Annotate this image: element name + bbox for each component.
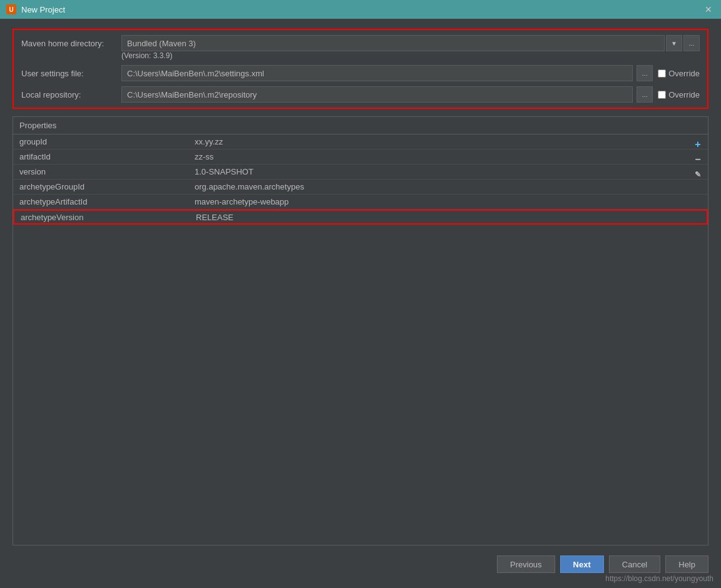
user-settings-row: User settings file: ... Override [21, 65, 700, 81]
maven-home-row: Maven home directory: ▼ ... [21, 35, 700, 51]
table-row[interactable]: version 1.0-SNAPSHOT [13, 165, 708, 180]
prop-key: archetypeGroupId [13, 182, 188, 191]
maven-home-input-group: ▼ ... [121, 35, 700, 51]
prop-key: archetypeVersion [14, 213, 190, 222]
watermark: https://blog.csdn.net/youngyouth [605, 574, 713, 583]
app-icon: U [6, 4, 16, 14]
dialog-content: Maven home directory: ▼ ... (Version: 3.… [0, 19, 721, 588]
prop-value: RELEASE [190, 213, 707, 222]
maven-home-label: Maven home directory: [21, 39, 121, 48]
prop-key: groupId [13, 137, 188, 146]
prop-value: zz-ss [188, 152, 708, 161]
local-repo-override-checkbox[interactable] [658, 91, 666, 99]
properties-table: + − ✎ groupId xx.yy.zz artifactId zz-ss … [13, 134, 708, 545]
add-property-button[interactable]: + [692, 138, 704, 151]
user-settings-override-label[interactable]: Override [658, 69, 700, 78]
prop-value: 1.0-SNAPSHOT [188, 167, 708, 176]
user-settings-more-button[interactable]: ... [637, 65, 653, 81]
table-row[interactable]: archetypeGroupId org.apache.maven.archet… [13, 180, 708, 195]
cancel-button[interactable]: Cancel [609, 555, 660, 573]
properties-header: Properties [13, 117, 708, 134]
table-row[interactable]: archetypeVersion RELEASE [13, 210, 708, 225]
user-settings-input[interactable] [121, 65, 633, 81]
maven-config-section: Maven home directory: ▼ ... (Version: 3.… [13, 29, 708, 109]
title-bar: U New Project ✕ [0, 0, 721, 19]
prop-value: maven-archetype-webapp [188, 197, 708, 206]
local-repo-label: Local repository: [21, 90, 121, 99]
local-repo-override-label[interactable]: Override [658, 90, 700, 99]
local-repo-input[interactable] [121, 86, 633, 103]
maven-home-more-button[interactable]: ... [683, 35, 700, 51]
user-settings-label: User settings file: [21, 69, 121, 78]
previous-button[interactable]: Previous [497, 555, 555, 573]
next-button[interactable]: Next [560, 555, 604, 573]
close-button[interactable]: ✕ [702, 3, 715, 16]
local-repo-row: Local repository: ... Override [21, 86, 700, 103]
prop-key: version [13, 167, 188, 176]
title-bar-left: U New Project [6, 4, 65, 14]
prop-key: artifactId [13, 152, 188, 161]
properties-section: Properties + − ✎ groupId xx.yy.zz artifa… [13, 116, 708, 545]
table-row[interactable]: artifactId zz-ss [13, 150, 708, 165]
user-settings-override-checkbox[interactable] [658, 69, 666, 78]
maven-version-text: (Version: 3.3.9) [121, 51, 700, 60]
maven-home-input[interactable] [121, 35, 665, 51]
local-repo-field-container: ... Override [121, 86, 700, 103]
prop-key: archetypeArtifactId [13, 197, 188, 206]
table-row[interactable]: archetypeArtifactId maven-archetype-weba… [13, 195, 708, 210]
remove-property-button[interactable]: − [692, 153, 704, 166]
prop-value: org.apache.maven.archetypes [188, 182, 708, 191]
table-row[interactable]: groupId xx.yy.zz [13, 134, 708, 150]
maven-home-dropdown-button[interactable]: ▼ [666, 35, 682, 51]
edit-property-button[interactable]: ✎ [692, 168, 704, 181]
property-actions: + − ✎ [692, 138, 704, 181]
user-settings-field-container: ... Override [121, 65, 700, 81]
prop-value: xx.yy.zz [188, 137, 708, 146]
bottom-bar: Previous Next Cancel Help [13, 545, 708, 578]
local-repo-more-button[interactable]: ... [637, 86, 653, 103]
help-button[interactable]: Help [665, 555, 708, 573]
dialog-title: New Project [21, 5, 65, 14]
